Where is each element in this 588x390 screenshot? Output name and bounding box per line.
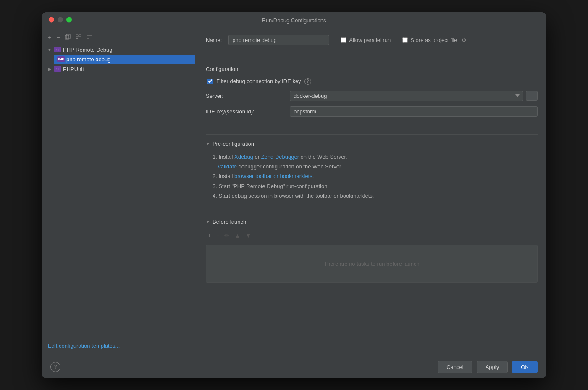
pre-config-step1b: Validate debugger configuration on the W… [213, 162, 538, 171]
store-as-project-gear-icon[interactable]: ⚙ [462, 37, 467, 43]
apply-button[interactable]: Apply [477, 361, 508, 373]
filter-debug-label: Filter debug connection by IDE key [216, 78, 301, 84]
pre-config-step3: 3. Start "PHP Remote Debug" run-configur… [213, 181, 538, 191]
before-launch-header[interactable]: ▼ Before launch [206, 219, 538, 225]
sidebar-toolbar: + − [42, 31, 197, 45]
pre-config-step1b-suffix: debugger configuration on the Web Server… [237, 163, 342, 170]
pre-config-header[interactable]: ▼ Pre-configuration [206, 141, 538, 147]
pre-config-step2-prefix: 2. Install [213, 173, 234, 179]
run-debug-dialog: Run/Debug Configurations + − [42, 12, 546, 378]
dialog-title: Run/Debug Configurations [262, 17, 326, 24]
sidebar: + − [42, 28, 197, 356]
ide-key-label: IDE key(session id): [206, 108, 290, 115]
tree-group-header-php-remote-debug[interactable]: ▼ PHP PHP Remote Debug [44, 45, 195, 55]
pre-config-list: 1. Install Xdebug or Zend Debugger on th… [206, 152, 538, 201]
store-as-project-checkbox[interactable] [402, 37, 408, 43]
before-launch-add-button[interactable]: + [206, 232, 213, 239]
window-controls [49, 17, 72, 23]
zend-debugger-link[interactable]: Zend Debugger [261, 154, 299, 160]
before-launch-collapse-icon: ▼ [206, 220, 210, 224]
before-launch-title: Before launch [213, 219, 246, 225]
pre-config-step1: 1. Install Xdebug or Zend Debugger on th… [213, 152, 538, 162]
help-button[interactable]: ? [50, 362, 60, 372]
pre-config-step1-suffix: on the Web Server. [299, 154, 347, 160]
php-remote-debug-group-icon: PHP [54, 47, 61, 52]
svg-rect-3 [79, 35, 81, 37]
ok-button[interactable]: OK [512, 361, 538, 373]
footer-help: ? [50, 362, 60, 372]
pre-config-collapse-icon: ▼ [206, 141, 210, 146]
filter-debug-help-icon[interactable]: ? [304, 78, 311, 85]
remove-config-button[interactable]: − [55, 34, 61, 41]
server-row: Server: docker-debug ... [206, 91, 538, 101]
maximize-button[interactable] [66, 17, 72, 23]
sidebar-footer: Edit configuration templates... [42, 338, 197, 353]
phpunit-group-label: PHPUnit [63, 66, 84, 72]
divider-before-launch [206, 207, 538, 207]
server-browse-button[interactable]: ... [526, 91, 538, 101]
php-remote-debug-group-label: PHP Remote Debug [63, 47, 113, 53]
pre-config-step1-prefix: 1. Install [213, 154, 234, 160]
tree-children-php-remote-debug: PHP php remote debug [44, 55, 195, 64]
divider-top [206, 60, 538, 60]
copy-config-button[interactable] [63, 33, 72, 42]
server-select-wrapper: docker-debug ... [290, 91, 538, 101]
minimize-button[interactable] [58, 17, 63, 23]
tree-item-php-remote-debug[interactable]: PHP php remote debug [54, 55, 195, 64]
name-label: Name: [206, 37, 222, 43]
phpunit-group-icon: PHP [54, 66, 61, 72]
before-launch-section: ▼ Before launch + − ✏ ▲ ▼ There are no t… [206, 219, 538, 283]
before-launch-edit-button[interactable]: ✏ [223, 232, 231, 239]
cancel-button[interactable]: Cancel [438, 361, 472, 373]
before-launch-remove-button[interactable]: − [214, 232, 221, 239]
svg-rect-2 [76, 35, 78, 37]
name-row: Name: Allow parallel run Store as projec… [206, 35, 538, 45]
ide-key-row: IDE key(session id): [206, 106, 538, 117]
name-input[interactable] [228, 35, 329, 45]
php-remote-debug-item-label: php remote debug [66, 56, 111, 63]
move-config-button[interactable] [74, 33, 83, 42]
filter-debug-checkbox[interactable] [207, 79, 213, 84]
dialog-body: + − [42, 28, 546, 356]
pre-config-step1-mid: or [253, 154, 261, 160]
allow-parallel-label: Allow parallel run [349, 37, 391, 43]
title-bar: Run/Debug Configurations [42, 12, 546, 28]
before-launch-toolbar: + − ✏ ▲ ▼ [206, 230, 538, 241]
allow-parallel-checkbox[interactable] [341, 37, 346, 43]
filter-debug-row: Filter debug connection by IDE key ? [207, 78, 538, 85]
main-panel: Name: Allow parallel run Store as projec… [197, 28, 546, 356]
server-label: Server: [206, 93, 290, 99]
pre-config-section: ▼ Pre-configuration 1. Install Xdebug or… [206, 141, 538, 201]
expand-arrow-phpunit: ▶ [47, 67, 52, 71]
tree-group-php-remote-debug: ▼ PHP PHP Remote Debug PHP php remote de… [44, 45, 195, 64]
store-as-project-group: Store as project file ⚙ [402, 37, 466, 43]
validate-link[interactable]: Validate [218, 163, 237, 170]
pre-config-step2: 2. Install browser toolbar or bookmarkle… [213, 171, 538, 181]
tree-group-phpunit: ▶ PHP PHPUnit [44, 64, 195, 74]
config-section: Configuration Filter debug connection by… [206, 66, 538, 122]
ide-key-input[interactable] [290, 106, 538, 117]
tree-group-header-phpunit[interactable]: ▶ PHP PHPUnit [44, 64, 195, 74]
close-button[interactable] [49, 17, 54, 23]
xdebug-link[interactable]: Xdebug [234, 154, 253, 160]
before-launch-down-button[interactable]: ▼ [244, 232, 253, 239]
server-select[interactable]: docker-debug [290, 91, 523, 101]
add-config-button[interactable]: + [46, 34, 53, 41]
before-launch-up-button[interactable]: ▲ [233, 232, 242, 239]
config-section-title: Configuration [206, 66, 538, 72]
expand-arrow-php-remote-debug: ▼ [47, 47, 52, 52]
allow-parallel-group: Allow parallel run [341, 37, 391, 43]
pre-config-title: Pre-configuration [213, 141, 254, 147]
browser-toolbar-link[interactable]: browser toolbar or bookmarklets. [234, 173, 314, 179]
before-launch-body: There are no tasks to run before launch [206, 245, 538, 283]
no-tasks-text: There are no tasks to run before launch [324, 261, 420, 267]
php-remote-debug-item-icon: PHP [57, 56, 65, 62]
dialog-footer: ? Cancel Apply OK [42, 356, 546, 378]
divider-mid [206, 134, 538, 135]
edit-templates-link[interactable]: Edit configuration templates... [48, 343, 120, 349]
config-tree: ▼ PHP PHP Remote Debug PHP php remote de… [42, 45, 197, 338]
pre-config-step4: 4. Start debug session in browser with t… [213, 191, 538, 201]
store-as-project-label: Store as project file [410, 37, 457, 43]
sort-config-button[interactable] [85, 33, 94, 42]
